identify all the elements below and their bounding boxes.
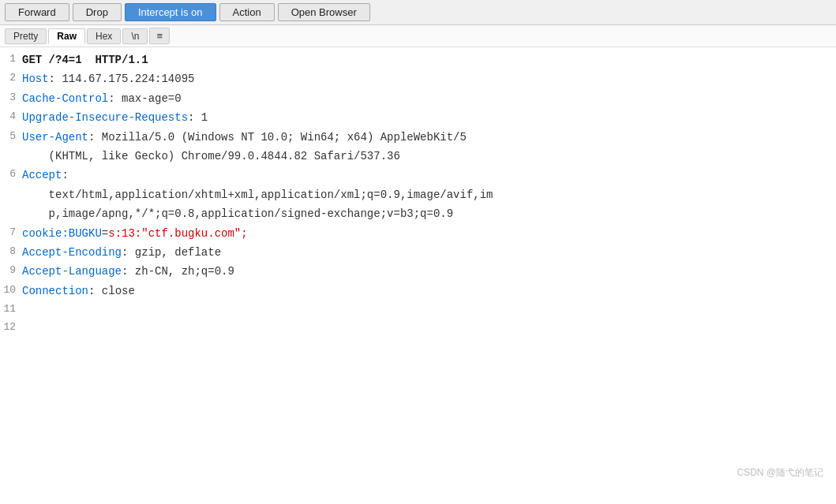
http-line: 4Upgrade-Insecure-Requests: 1 — [0, 108, 836, 127]
line-text: User-Agent: Mozilla/5.0 (Windows NT 10.0… — [22, 129, 836, 146]
header-name: User-Agent — [22, 131, 88, 144]
line-number: 1 — [0, 51, 22, 68]
raw-tab[interactable]: Raw — [48, 28, 85, 44]
line-number: 8 — [0, 244, 22, 260]
forward-button[interactable]: Forward — [5, 3, 69, 21]
header-value: 114.67.175.224:14095 — [55, 73, 194, 85]
line-number: 5 — [0, 129, 22, 145]
http-method: GET /?4=1 HTTP/1.1 — [22, 54, 148, 66]
line-text: Cache-Control: max-age=0 — [22, 90, 836, 107]
line-text: text/html,application/xhtml+xml,applicat… — [22, 186, 836, 203]
header-name: Host — [22, 73, 49, 85]
http-line: text/html,application/xhtml+xml,applicat… — [0, 185, 836, 204]
line-text: GET /?4=1 HTTP/1.1 — [22, 51, 836, 69]
http-line: 8Accept-Encoding: gzip, deflate — [0, 243, 836, 262]
line-number: 6 — [0, 166, 22, 183]
http-line: 11 — [0, 301, 836, 319]
header-value: max-age=0 — [115, 92, 182, 105]
line-text: Host: 114.67.175.224:14095 — [22, 70, 836, 88]
http-line: 3Cache-Control: max-age=0 — [0, 89, 836, 108]
line-number: 3 — [0, 90, 22, 106]
http-line: 12 — [0, 319, 836, 337]
header-name: Upgrade-Insecure-Requests — [22, 111, 188, 124]
line-text: Accept-Encoding: gzip, deflate — [22, 244, 836, 261]
http-content: 1GET /?4=1 HTTP/1.12Host: 114.67.175.224… — [0, 47, 836, 489]
http-line: (KHTML, like Gecko) Chrome/99.0.4844.82 … — [0, 147, 836, 166]
line-text: Accept: — [22, 166, 836, 184]
http-line: 2Host: 114.67.175.224:14095 — [0, 69, 836, 88]
line-text: p,image/apng,*/*;q=0.8,application/signe… — [22, 205, 836, 222]
pretty-tab[interactable]: Pretty — [5, 28, 47, 44]
http-line: 6Accept: — [0, 166, 836, 185]
cookie-name: cookie:BUGKU — [22, 227, 102, 240]
header-value: close — [95, 285, 134, 297]
header-name: Cache-Control — [22, 92, 108, 105]
header-name: Connection — [22, 285, 88, 297]
line-number: 4 — [0, 109, 22, 125]
cookie-value: s:13:"ctf.bugku.com"; — [108, 227, 247, 240]
view-tabs: PrettyRawHex\n≡ — [0, 25, 836, 47]
line-text: Connection: close — [22, 282, 836, 300]
line-text: cookie:BUGKU=s:13:"ctf.bugku.com"; — [22, 225, 836, 242]
intercept-button[interactable]: Intercept is on — [125, 3, 216, 21]
http-line: 9Accept-Language: zh-CN, zh;q=0.9 — [0, 262, 836, 281]
toolbar: ForwardDropIntercept is onActionOpen Bro… — [0, 0, 836, 25]
drop-button[interactable]: Drop — [73, 3, 122, 21]
line-number: 2 — [0, 70, 22, 87]
http-line: p,image/apng,*/*;q=0.8,application/signe… — [0, 204, 836, 223]
line-text: Accept-Language: zh-CN, zh;q=0.9 — [22, 263, 836, 280]
http-line: 7cookie:BUGKU=s:13:"ctf.bugku.com"; — [0, 224, 836, 243]
header-value: Mozilla/5.0 (Windows NT 10.0; Win64; x64… — [95, 131, 466, 144]
line-text: Upgrade-Insecure-Requests: 1 — [22, 109, 836, 126]
watermark: CSDN @随弋的笔记 — [737, 466, 823, 480]
header-name: Accept — [22, 169, 62, 181]
line-number: 12 — [0, 319, 22, 336]
open-browser-button[interactable]: Open Browser — [278, 3, 370, 21]
header-value: 1 — [194, 111, 208, 124]
action-button[interactable]: Action — [219, 3, 275, 21]
line-number: 9 — [0, 263, 22, 279]
line-number: 7 — [0, 225, 22, 241]
header-name: Accept-Encoding — [22, 246, 122, 259]
header-name: Accept-Language — [22, 265, 122, 278]
http-line: 5User-Agent: Mozilla/5.0 (Windows NT 10.… — [0, 128, 836, 147]
header-value: gzip, deflate — [128, 246, 221, 259]
line-text: (KHTML, like Gecko) Chrome/99.0.4844.82 … — [22, 147, 836, 165]
menu-icon-button[interactable]: ≡ — [149, 28, 170, 44]
hex-tab[interactable]: Hex — [87, 28, 121, 44]
line-number: 10 — [0, 282, 22, 299]
http-line: 1GET /?4=1 HTTP/1.1 — [0, 50, 836, 69]
http-line: 10Connection: close — [0, 282, 836, 301]
line-number: 11 — [0, 301, 22, 318]
header-value: zh-CN, zh;q=0.9 — [128, 265, 234, 278]
newline-tab[interactable]: \n — [122, 28, 148, 44]
